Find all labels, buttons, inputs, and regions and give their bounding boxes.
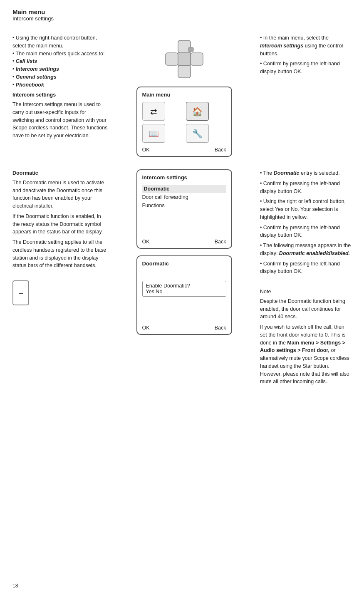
- right-text-select-intercom: • In the main menu, select the Intercom …: [260, 34, 352, 57]
- doormatic-confirm-back: Back: [215, 325, 226, 331]
- small-device-container: [12, 276, 108, 305]
- main-menu-screen-title: Main menu: [142, 92, 226, 98]
- right-confirm-ok-3: • Confirm by pressing the left-hand disp…: [260, 260, 352, 276]
- doormatic-desc-2: If the Doormatic function is enabled, in…: [12, 213, 108, 236]
- section-top-right-text: • In the main menu, select the Intercom …: [260, 34, 352, 157]
- bullet-general-settings: • General settings: [12, 73, 108, 81]
- icon-wrench: 🔧: [186, 124, 209, 143]
- note-section: Note Despite the Doormatic function bein…: [260, 288, 352, 386]
- note-title: Note: [260, 288, 352, 296]
- section-mid-center: Intercom settings Doormatic Door call fo…: [116, 169, 252, 386]
- main-menu-screen: Main menu ⇄ 🏠 📖 🔧 OK Back: [136, 87, 232, 157]
- doormatic-desc-3: The Doormatic setting applies to all the…: [12, 238, 108, 270]
- doormatic-confirm-screen: Doormatic Enable Doormatic? Yes No OK Ba…: [136, 255, 232, 335]
- doormatic-desc-1: The Doormatic menu is used to activate a…: [12, 179, 108, 210]
- section-top: • Using the right-hand control button, s…: [12, 34, 352, 157]
- doormatic-confirm-title: Doormatic: [142, 260, 226, 267]
- svg-rect-1: [178, 65, 191, 78]
- note-body-1: Despite the Doormatic function being ena…: [260, 297, 352, 321]
- enable-doormatic-label: Enable Doormatic?: [146, 283, 223, 289]
- svg-rect-5: [188, 47, 193, 52]
- right-confirm-ok-2: • Confirm by pressing the left-hand disp…: [260, 224, 352, 240]
- content-area: • Using the right-hand control button, s…: [12, 34, 352, 398]
- doormatic-confirm-ok: OK: [142, 325, 150, 331]
- intercom-settings-footer: OK Back: [142, 239, 226, 245]
- main-menu-ok: OK: [142, 147, 150, 153]
- svg-rect-4: [178, 53, 191, 65]
- doormatic-heading: Doormatic: [12, 169, 108, 177]
- right-doormatic-selected: • The Doormatic entry is selected.: [260, 169, 352, 177]
- main-menu-footer: OK Back: [142, 147, 226, 153]
- yes-no-options: Yes No: [146, 289, 223, 295]
- intercom-menu-items: Doormatic Door call forwarding Functions: [142, 185, 226, 210]
- main-title: Main menu: [12, 8, 352, 15]
- bullet-phonebook: • Phonebook: [12, 81, 108, 89]
- intercom-settings-screen-title: Intercom settings: [142, 174, 226, 181]
- svg-rect-3: [191, 53, 203, 65]
- sub-title: Intercom settings: [12, 15, 352, 22]
- section-mid-left-text: Doormatic The Doormatic menu is used to …: [12, 169, 108, 386]
- bullet-call-lists: • Call lists: [12, 57, 108, 65]
- right-select-yes-no: • Using the right or left control button…: [260, 198, 352, 221]
- page-header: Main menu Intercom settings: [12, 8, 352, 22]
- intercom-settings-desc: The Intercom settings menu is used to ca…: [12, 101, 108, 140]
- right-message-appears: • The following message appears in the d…: [260, 242, 352, 258]
- right-text-confirm-ok: • Confirm by pressing the left-hand disp…: [260, 60, 352, 76]
- center-graphic-top: Main menu ⇄ 🏠 📖 🔧 OK Back: [116, 34, 252, 157]
- svg-rect-2: [166, 53, 178, 65]
- doormatic-confirm-box: Enable Doormatic? Yes No: [142, 281, 226, 297]
- bullet-control-button: • Using the right-hand control button, s…: [12, 34, 108, 50]
- small-device-icon: [12, 280, 29, 305]
- icon-home: 🏠: [186, 102, 209, 121]
- main-menu-icons-grid: ⇄ 🏠 📖 🔧: [142, 102, 226, 143]
- icon-book: 📖: [142, 124, 165, 143]
- doormatic-confirm-footer: OK Back: [142, 325, 226, 331]
- page-number: 18: [12, 583, 18, 589]
- dpad-icon: [163, 38, 205, 80]
- section-mid-right-text: • The Doormatic entry is selected. • Con…: [260, 169, 352, 386]
- menu-item-door-call-forwarding: Door call forwarding: [142, 193, 226, 201]
- section-top-left-text: • Using the right-hand control button, s…: [12, 34, 108, 157]
- icon-transfer: ⇄: [142, 102, 165, 121]
- bullet-intercom-settings: • Intercom settings: [12, 65, 108, 73]
- intercom-settings-back: Back: [215, 239, 226, 245]
- note-body-2: If you wish to switch off the call, then…: [260, 323, 352, 386]
- main-menu-back: Back: [215, 147, 226, 153]
- menu-item-functions: Functions: [142, 201, 226, 210]
- menu-item-doormatic: Doormatic: [142, 185, 226, 193]
- intercom-settings-heading: Intercom settings: [12, 91, 108, 99]
- intercom-settings-ok: OK: [142, 239, 150, 245]
- section-mid: Doormatic The Doormatic menu is used to …: [12, 169, 352, 386]
- intercom-settings-screen: Intercom settings Doormatic Door call fo…: [136, 169, 232, 249]
- bullet-quick-access: • The main menu offers quick access to:: [12, 50, 108, 58]
- right-confirm-ok-1: • Confirm by pressing the left-hand disp…: [260, 180, 352, 196]
